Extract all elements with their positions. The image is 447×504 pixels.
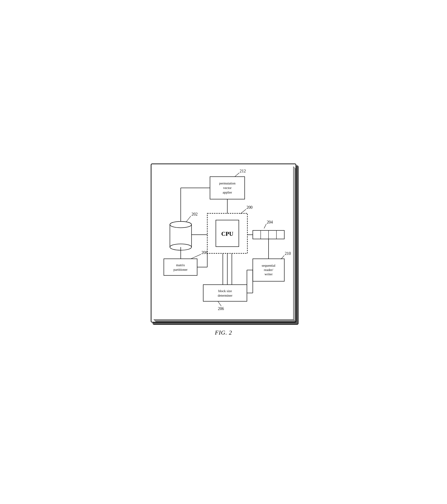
svg-marker-0 xyxy=(154,319,296,322)
svg-rect-19 xyxy=(164,259,197,275)
ref-202: 202 xyxy=(192,212,197,216)
matrix-part-line2: partitioner xyxy=(174,268,188,271)
svg-line-8 xyxy=(186,216,191,222)
ref-204: 204 xyxy=(267,220,273,224)
cpu-label: CPU xyxy=(221,231,233,237)
seq-rw-line1: sequential xyxy=(262,264,275,267)
perm-vec-line3: applier xyxy=(223,191,232,194)
ref-208: 208 xyxy=(201,250,208,255)
svg-marker-1 xyxy=(293,166,296,322)
ref-206: 206 xyxy=(218,306,224,311)
matrix-part-line1: matrix xyxy=(176,263,185,267)
svg-line-24 xyxy=(235,173,239,177)
svg-point-7 xyxy=(170,221,192,228)
perm-vec-line1: permutation xyxy=(219,181,235,185)
svg-line-11 xyxy=(240,209,246,214)
page: 202 CPU 200 204 sequential reader/ xyxy=(144,157,303,347)
svg-line-22 xyxy=(218,301,221,306)
svg-line-16 xyxy=(264,224,266,228)
ref-212: 212 xyxy=(240,168,246,173)
block-size-line1: block size xyxy=(218,289,232,292)
diagram-svg: 202 CPU 200 204 sequential reader/ xyxy=(151,164,296,322)
figure-label: FIG. 2 xyxy=(215,329,232,336)
svg-line-20 xyxy=(191,254,201,259)
perm-vec-line2: vector xyxy=(223,186,232,190)
seq-rw-line3: writer xyxy=(264,272,272,276)
seq-rw-line2: reader/ xyxy=(264,268,273,271)
block-size-line2: determiner xyxy=(218,293,232,297)
svg-rect-21 xyxy=(203,285,247,301)
ref-210: 210 xyxy=(285,251,291,256)
ref-200: 200 xyxy=(247,205,253,210)
diagram-container: 202 CPU 200 204 sequential reader/ xyxy=(151,163,296,323)
